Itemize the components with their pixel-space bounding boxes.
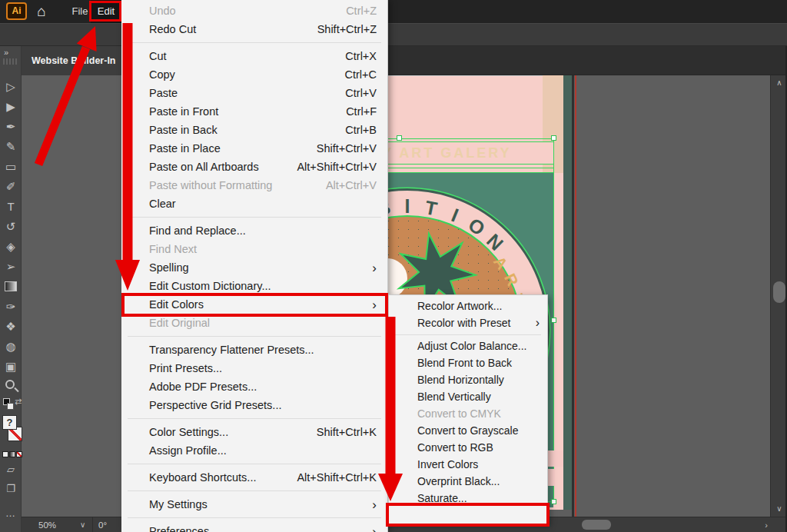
- none-mode-button[interactable]: [16, 451, 22, 457]
- pen-tool[interactable]: ✒: [0, 117, 22, 137]
- menu-item-blend-horizontally[interactable]: Blend Horizontally: [389, 371, 547, 388]
- horizontal-scrollbar-thumb[interactable]: [582, 520, 611, 530]
- curvature-tool[interactable]: ✎: [0, 137, 22, 157]
- menu-item-spelling[interactable]: Spelling›: [121, 258, 387, 277]
- home-icon[interactable]: ⌂: [31, 2, 52, 22]
- artboard-tool[interactable]: ▣: [0, 357, 22, 377]
- zoom-tool[interactable]: [0, 377, 22, 397]
- menu-item-paste-on-all-artboards[interactable]: Paste on All ArtboardsAlt+Shift+Ctrl+V: [121, 158, 387, 176]
- rectangle-tool[interactable]: ▭: [0, 157, 22, 177]
- default-fill-stroke-icon[interactable]: [7, 403, 14, 410]
- menu-item-preferences[interactable]: Preferences›: [121, 522, 387, 532]
- menu-item-label: Convert to RGB: [417, 441, 540, 454]
- menu-item-convert-to-rgb[interactable]: Convert to RGB: [389, 439, 547, 456]
- draw-mode-button[interactable]: ▱: [0, 464, 22, 475]
- menu-item-copy[interactable]: CopyCtrl+C: [121, 65, 387, 84]
- menu-item-convert-to-grayscale[interactable]: Convert to Grayscale: [389, 422, 547, 439]
- scroll-up-icon[interactable]: ∧: [771, 78, 787, 87]
- menu-item-label: Find Next: [149, 243, 377, 255]
- eyedropper-tool[interactable]: ✑: [0, 297, 22, 317]
- menu-item-undo[interactable]: UndoCtrl+Z: [121, 2, 387, 20]
- menu-item-shortcut: Alt+Shift+Ctrl+K: [297, 471, 377, 484]
- menu-item-print-presets[interactable]: Print Presets...: [121, 359, 387, 377]
- menu-item-keyboard-shortcuts[interactable]: Keyboard Shortcuts...Alt+Shift+Ctrl+K: [121, 468, 387, 487]
- toolbar: » ▷▶✒✎▭✐T↺◈➢✑❖◍▣ ⇄ ? ▱ ❐ …: [0, 46, 22, 532]
- menu-item-label: Paste: [149, 87, 345, 99]
- more-tools-button[interactable]: …: [0, 507, 22, 519]
- selection-tool[interactable]: ▷: [0, 77, 22, 97]
- menu-item-label: Print Presets...: [149, 362, 377, 374]
- menu-item-recolor-with-preset[interactable]: Recolor with Preset›: [389, 314, 547, 331]
- scroll-down-icon[interactable]: ∨: [771, 504, 787, 513]
- menu-item-find-next[interactable]: Find Next: [121, 240, 387, 258]
- document-tab[interactable]: Website Builder-In: [22, 46, 123, 75]
- menu-separator: [128, 217, 381, 218]
- type-tool[interactable]: T: [0, 197, 22, 217]
- menu-item-label: Invert Colors: [417, 458, 540, 470]
- shape-builder-tool[interactable]: ◍: [0, 337, 22, 357]
- menu-item-paste-in-back[interactable]: Paste in BackCtrl+B: [121, 121, 387, 139]
- menu-item-cut[interactable]: CutCtrl+X: [121, 47, 387, 65]
- blend-tool[interactable]: ❖: [0, 317, 22, 337]
- menu-item-blend-front-to-back[interactable]: Blend Front to Back: [389, 354, 547, 371]
- zoom-level-select[interactable]: 50%: [38, 517, 56, 532]
- menu-item-label: Blend Vertically: [417, 391, 540, 403]
- menu-item-shortcut: Alt+Shift+Ctrl+V: [297, 161, 377, 173]
- swap-fill-stroke-icon[interactable]: ⇄: [15, 397, 22, 407]
- menu-item-assign-profile[interactable]: Assign Profile...: [121, 441, 387, 460]
- artboard-edge-line: [572, 75, 574, 517]
- menu-item-paste[interactable]: PasteCtrl+V: [121, 84, 387, 102]
- fill-swatch[interactable]: ?: [2, 415, 17, 430]
- rotation-value: 0°: [98, 517, 107, 532]
- vertical-scrollbar[interactable]: ∧ ∨: [770, 75, 787, 517]
- menu-item-label: Keyboard Shortcuts...: [149, 471, 297, 484]
- direct-selection-tool[interactable]: ▶: [0, 97, 22, 117]
- annotation-box-saturate: [386, 503, 550, 527]
- menu-item-shortcut: Ctrl+Z: [346, 5, 377, 17]
- expand-toolbar-icon[interactable]: »: [4, 48, 8, 57]
- selection-handle[interactable]: [551, 499, 556, 504]
- menu-item-label: Paste on All Artboards: [149, 161, 297, 173]
- menu-item-my-settings[interactable]: My Settings›: [121, 495, 387, 514]
- gradient-tool[interactable]: [0, 277, 22, 297]
- menu-item-convert-to-cmyk[interactable]: Convert to CMYK: [389, 405, 547, 422]
- gradient-mode-button[interactable]: [9, 451, 15, 457]
- menu-item-blend-vertically[interactable]: Blend Vertically: [389, 388, 547, 405]
- menu-item-invert-colors[interactable]: Invert Colors: [389, 456, 547, 473]
- eraser-tool[interactable]: ◈: [0, 237, 22, 257]
- menu-item-overprint-black[interactable]: Overprint Black...: [389, 473, 547, 490]
- comment-tool[interactable]: ➢: [0, 257, 22, 277]
- menu-item-label: Spelling: [149, 261, 366, 274]
- menu-item-paste-in-front[interactable]: Paste in FrontCtrl+F: [121, 102, 387, 121]
- menu-item-perspective-grid-presets[interactable]: Perspective Grid Presets...: [121, 396, 387, 414]
- menu-item-paste-in-place[interactable]: Paste in PlaceShift+Ctrl+V: [121, 139, 387, 158]
- selection-handle[interactable]: [397, 135, 402, 141]
- paintbrush-tool[interactable]: ✐: [0, 177, 22, 197]
- menu-item-redo-cut[interactable]: Redo CutShift+Ctrl+Z: [121, 20, 387, 38]
- menu-item-label: Blend Front to Back: [417, 357, 540, 369]
- screen-mode-button[interactable]: ❐: [0, 483, 22, 494]
- selection-handle[interactable]: [551, 135, 556, 141]
- menu-item-color-settings[interactable]: Color Settings...Shift+Ctrl+K: [121, 423, 387, 441]
- menu-item-label: Clear: [149, 198, 377, 210]
- menu-item-find-and-replace[interactable]: Find and Replace...: [121, 221, 387, 240]
- toolbar-grip[interactable]: [3, 58, 18, 65]
- menu-item-label: Convert to Grayscale: [417, 424, 540, 437]
- menu-item-adjust-color-balance[interactable]: Adjust Color Balance...: [389, 337, 547, 354]
- app-logo[interactable]: Ai: [6, 2, 27, 20]
- magnifier-handle: [14, 387, 18, 392]
- menu-item-transparency-flattener-presets[interactable]: Transparency Flattener Presets...: [121, 341, 387, 359]
- submenu-arrow-icon: ›: [536, 318, 540, 328]
- menu-item-recolor-artwork[interactable]: Recolor Artwork...: [389, 298, 547, 314]
- menu-item-paste-without-formatting[interactable]: Paste without FormattingAlt+Ctrl+V: [121, 176, 387, 195]
- vertical-scrollbar-thumb[interactable]: [773, 281, 785, 303]
- color-mode-button[interactable]: [2, 451, 8, 457]
- menu-item-adobe-pdf-presets[interactable]: Adobe PDF Presets...: [121, 377, 387, 396]
- menu-item-label: Overprint Black...: [417, 475, 540, 487]
- scroll-right-icon[interactable]: ›: [761, 517, 772, 532]
- selection-handle[interactable]: [551, 318, 556, 323]
- annotation-box-edit: [89, 1, 121, 22]
- chevron-down-icon[interactable]: ∨: [80, 517, 85, 532]
- menu-item-clear[interactable]: Clear: [121, 195, 387, 213]
- rotate-tool[interactable]: ↺: [0, 217, 22, 237]
